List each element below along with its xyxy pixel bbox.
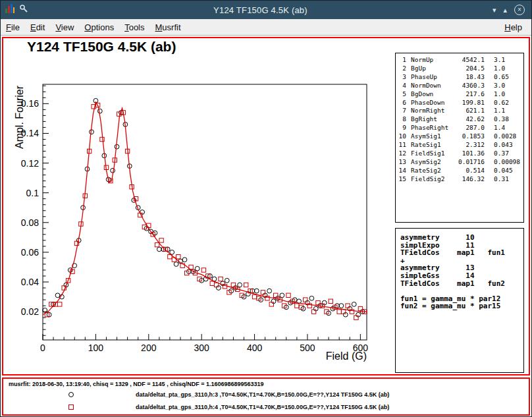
circle-marker-icon xyxy=(67,391,75,399)
svg-text:0.06: 0.06 xyxy=(21,247,39,258)
root-canvas: Y124 TF150G 4.5K (ab) 010020030040050060… xyxy=(1,36,531,416)
svg-text:0.1: 0.1 xyxy=(26,188,40,198)
titlebar[interactable]: Y124 TF150G 4.5K (ab) ▾ ▴ × xyxy=(1,1,531,19)
musrfit-window: Y124 TF150G 4.5K (ab) ▾ ▴ × FileEditView… xyxy=(0,0,532,417)
fit-status: musrfit: 2018-06-30, 13:19:40, chisq = 1… xyxy=(9,381,263,387)
legend-label: data/deltat_pta_gps_3110,h:4 ,T0=4.50K,T… xyxy=(136,404,389,410)
param-row: 5BgDown217.61.0 xyxy=(397,90,523,99)
menu-view[interactable]: View xyxy=(50,22,79,32)
menu-options[interactable]: Options xyxy=(79,22,119,32)
param-row: 10AsymSig10.18530.0028 xyxy=(397,132,523,141)
svg-text:200: 200 xyxy=(141,343,157,353)
theory-line xyxy=(400,287,523,295)
svg-text:400: 400 xyxy=(247,343,263,353)
param-row: 6PhaseDown199.810.62 xyxy=(397,99,523,107)
pin-icon[interactable] xyxy=(19,4,28,16)
param-row: 9PhaseRight287.01.4 xyxy=(397,124,523,132)
series-squares xyxy=(45,103,367,320)
close-icon[interactable]: × xyxy=(514,5,525,15)
theory-line: fun2 = gamma_mu * par15 xyxy=(400,302,523,310)
info-pad: musrfit: 2018-06-30, 13:19:40, chisq = 1… xyxy=(2,377,530,416)
x-axis-label: Field (G) xyxy=(326,350,367,362)
square-marker-icon xyxy=(67,403,75,411)
svg-text:0: 0 xyxy=(40,343,45,353)
y-axis-label: Ampl. Fourier xyxy=(14,85,25,149)
param-row: 3PhaseUp18.430.65 xyxy=(397,73,523,82)
legend: data/deltat_pta_gps_3110,h:3 ,T0=4.50K,T… xyxy=(3,388,529,413)
svg-text:0.02: 0.02 xyxy=(21,306,39,317)
axes: 01002003004005006000.020.040.060.080.10.… xyxy=(14,84,368,362)
minimize-icon[interactable]: ▾ xyxy=(492,7,496,14)
svg-text:500: 500 xyxy=(300,343,315,353)
window-title: Y124 TF150G 4.5K (ab) xyxy=(28,5,492,15)
legend-entry: data/deltat_pta_gps_3110,h:4 ,T0=4.50K,T… xyxy=(3,401,529,413)
legend-entry: data/deltat_pta_gps_3110,h:3 ,T0=4.50K,T… xyxy=(3,388,529,401)
theory-line: simpleGss 14 xyxy=(400,272,523,280)
svg-text:0.04: 0.04 xyxy=(21,277,39,287)
menu-help[interactable]: Help xyxy=(499,22,527,32)
theory-line: TFieldCos map1 fun1 xyxy=(400,249,523,257)
theory-line: TFieldCos map1 fun2 xyxy=(400,280,523,288)
svg-text:300: 300 xyxy=(194,343,209,353)
param-row: 8BgRight42.620.38 xyxy=(397,115,523,124)
param-row: 12FieldSig1101.360.37 xyxy=(397,150,523,158)
svg-text:0.08: 0.08 xyxy=(21,217,39,228)
theory-box: asymmetry 10simplExpo 11TFieldCos map1 f… xyxy=(395,228,524,373)
param-row: 14RateSig20.5140.045 xyxy=(397,167,523,175)
legend-label: data/deltat_pta_gps_3110,h:3 ,T0=4.50K,T… xyxy=(136,391,389,398)
param-row: 13AsymSig20.017160.00098 xyxy=(397,158,523,167)
menu-musrfit[interactable]: Musrfit xyxy=(150,22,186,32)
svg-text:100: 100 xyxy=(88,343,104,353)
menu-edit[interactable]: Edit xyxy=(25,22,50,32)
param-row: 15FieldSig2146.320.31 xyxy=(397,175,523,184)
param-row: 4NormDown4360.33.0 xyxy=(397,82,523,90)
menu-left: FileEditViewOptionsToolsMusrfit xyxy=(1,22,186,32)
menubar: FileEditViewOptionsToolsMusrfit Help xyxy=(1,19,531,36)
menu-file[interactable]: File xyxy=(1,22,25,32)
parameter-box: 1NormUp4542.13.12BgUp204.51.03PhaseUp18.… xyxy=(395,53,524,223)
svg-text:0.12: 0.12 xyxy=(21,158,39,169)
param-row: 11RateSig12.3120.043 xyxy=(397,141,523,150)
plot-svg[interactable]: 01002003004005006000.020.040.060.080.10.… xyxy=(3,38,393,374)
param-row: 7NormRight621.11.1 xyxy=(397,107,523,115)
app-icon xyxy=(5,3,15,16)
param-row: 2BgUp204.51.0 xyxy=(397,65,523,73)
maximize-icon[interactable]: ▴ xyxy=(503,7,507,14)
menu-tools[interactable]: Tools xyxy=(119,22,149,32)
param-row: 1NormUp4542.13.1 xyxy=(397,56,523,65)
main-pad[interactable]: Y124 TF150G 4.5K (ab) 010020030040050060… xyxy=(2,37,530,375)
menu-right: Help xyxy=(499,22,531,32)
theory-line: asymmetry 10 xyxy=(400,234,523,242)
